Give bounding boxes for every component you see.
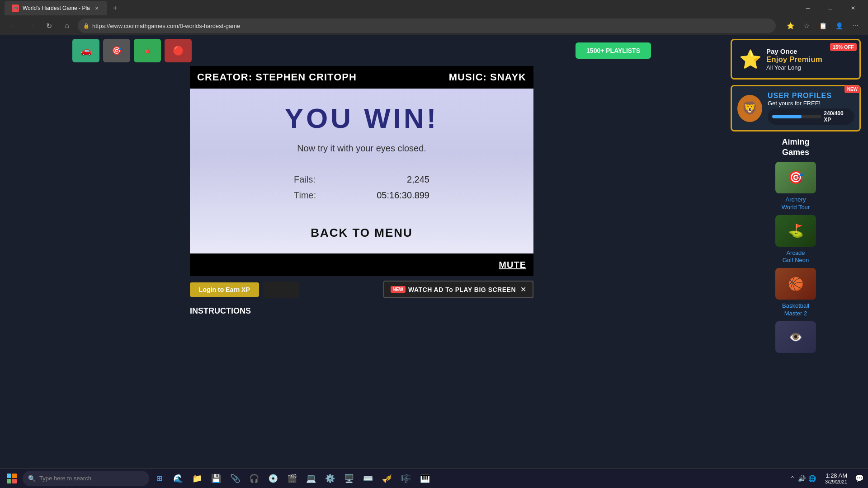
active-tab[interactable]: 🎮 World's Hardest Game - Pla ✕ bbox=[5, 1, 107, 15]
lion-avatar: 🦁 bbox=[737, 95, 762, 122]
archery-world-tour-card[interactable]: 🎯 ArcheryWorld Tour bbox=[731, 162, 861, 211]
premium-ad[interactable]: ⭐ Pay Once Enjoy Premium All Year Long 1… bbox=[731, 39, 861, 80]
thumbnail-1[interactable]: 🚗 bbox=[72, 39, 99, 62]
pinned-app-8[interactable]: 🖥️ bbox=[340, 469, 358, 488]
fails-label: Fails: bbox=[294, 174, 316, 185]
all-year-text: All Year Long bbox=[766, 64, 822, 71]
fails-value: 2,245 bbox=[407, 174, 429, 185]
pinned-app-10[interactable]: 🎺 bbox=[378, 469, 396, 488]
maximize-button[interactable]: □ bbox=[820, 1, 841, 15]
pinned-app-2[interactable]: 📎 bbox=[226, 469, 244, 488]
game-footer: MUTE bbox=[190, 253, 533, 276]
more-thumbnail: 👁️ bbox=[775, 321, 816, 353]
back-button[interactable]: ← bbox=[5, 19, 20, 33]
fails-row: Fails: 2,245 bbox=[294, 172, 429, 188]
start-button[interactable] bbox=[2, 469, 22, 488]
taskbar: 🔍 Type here to search ⊞ 🌊 📁 💾 📎 🎧 💿 🎬 💻 … bbox=[0, 468, 868, 488]
task-view-button[interactable]: ⊞ bbox=[150, 469, 168, 488]
time-row: Time: 05:16:30.899 bbox=[294, 188, 429, 203]
archery-thumbnail: 🎯 bbox=[775, 162, 816, 193]
back-to-menu-button[interactable]: BACK TO MENU bbox=[311, 226, 413, 240]
reload-button[interactable]: ↻ bbox=[42, 19, 56, 33]
browser-chrome: 🎮 World's Hardest Game - Pla ✕ + ─ □ ✕ bbox=[0, 0, 868, 16]
windows-logo bbox=[7, 474, 17, 483]
aiming-games-section: AimingGames 🎯 ArcheryWorld Tour ⛳ Arcade… bbox=[731, 137, 861, 353]
address-bar[interactable]: 🔒 https://www.coolmathgames.com/0-worlds… bbox=[78, 19, 776, 33]
thumbnail-2[interactable]: 🎯 bbox=[103, 39, 130, 62]
music-label: MUSIC: SNAYK bbox=[449, 71, 526, 83]
xp-bar bbox=[772, 115, 821, 118]
taskbar-search[interactable]: 🔍 Type here to search bbox=[23, 471, 149, 486]
watch-ad-text: WATCH AD To PLAY BIG SCREEN bbox=[408, 286, 516, 293]
pinned-app-6[interactable]: 💻 bbox=[302, 469, 320, 488]
aiming-games-title: AimingGames bbox=[731, 137, 861, 158]
clock-date: 3/29/2021 bbox=[825, 479, 847, 484]
edge-browser-icon[interactable]: 🌊 bbox=[169, 469, 187, 488]
notification-button[interactable]: 💬 bbox=[853, 469, 866, 488]
win-subtitle: Now try it with your eyes closed. bbox=[297, 143, 426, 154]
thumbnail-4[interactable]: 🔴 bbox=[165, 39, 192, 62]
game-header: CREATOR: STEPHEN CRITOPH MUSIC: SNAYK bbox=[190, 66, 533, 89]
close-ad-icon[interactable]: ✕ bbox=[520, 285, 526, 294]
win-screen: YOU WIN! Now try it with your eyes close… bbox=[190, 89, 533, 253]
address-bar-row: ← → ↻ ⌂ 🔒 https://www.coolmathgames.com/… bbox=[0, 16, 868, 35]
close-button[interactable]: ✕ bbox=[843, 1, 863, 15]
login-xp-button[interactable]: Login to Earn XP bbox=[190, 282, 259, 297]
enjoy-premium-text: Enjoy Premium bbox=[766, 55, 822, 64]
xp-fill bbox=[772, 115, 802, 118]
watch-ad-button[interactable]: NEW WATCH AD To PLAY BIG SCREEN ✕ bbox=[383, 281, 533, 298]
favorites-button[interactable]: ☆ bbox=[799, 19, 814, 33]
collections-button[interactable]: 📋 bbox=[816, 19, 830, 33]
xp-bar-container: 240/400 XP bbox=[768, 108, 854, 125]
pinned-app-9[interactable]: ⌨️ bbox=[359, 469, 377, 488]
forward-button[interactable]: → bbox=[24, 19, 38, 33]
volume-icon[interactable]: 🔊 bbox=[798, 475, 806, 482]
basketball-master-card[interactable]: 🏀 BasketballMaster 2 bbox=[731, 268, 861, 318]
basketball-thumbnail: 🏀 bbox=[775, 268, 816, 300]
tab-close-button[interactable]: ✕ bbox=[94, 5, 100, 11]
discount-badge: 15% OFF bbox=[830, 43, 857, 51]
arcade-golf-neon-card[interactable]: ⛳ ArcadeGolf Neon bbox=[731, 215, 861, 265]
profile-ad[interactable]: 🦁 USER PROFILES Get yours for FREE! 240/… bbox=[731, 85, 861, 131]
more-games-card[interactable]: 👁️ bbox=[731, 321, 861, 353]
chevron-up-icon[interactable]: ⌃ bbox=[790, 475, 795, 482]
file-explorer-icon[interactable]: 📁 bbox=[188, 469, 206, 488]
clock-area[interactable]: 1:28 AM 3/29/2021 bbox=[821, 472, 851, 484]
pinned-app-11[interactable]: 🎼 bbox=[397, 469, 415, 488]
pinned-app-4[interactable]: 💿 bbox=[264, 469, 282, 488]
window-controls: ─ □ ✕ bbox=[797, 1, 863, 15]
url-display: https://www.coolmathgames.com/0-worlds-h… bbox=[92, 23, 240, 29]
pinned-app-12[interactable]: 🎹 bbox=[416, 469, 434, 488]
stats-table: Fails: 2,245 Time: 05:16:30.899 bbox=[294, 172, 429, 203]
extensions-button[interactable]: ⭐ bbox=[783, 19, 797, 33]
tab-title: World's Hardest Game - Pla bbox=[23, 5, 90, 11]
tab-favicon: 🎮 bbox=[12, 5, 19, 12]
new-tab-button[interactable]: + bbox=[109, 2, 122, 14]
1500-playlists-button[interactable]: 1500+ PLAYLISTS bbox=[576, 42, 651, 59]
tab-bar: 🎮 World's Hardest Game - Pla ✕ + bbox=[5, 1, 122, 15]
game-container: CREATOR: STEPHEN CRITOPH MUSIC: SNAYK YO… bbox=[190, 66, 533, 276]
pinned-app-7[interactable]: ⚙️ bbox=[321, 469, 339, 488]
basketball-name: BasketballMaster 2 bbox=[782, 302, 809, 318]
new-badge-corner: NEW bbox=[844, 85, 860, 93]
network-icon[interactable]: 🌐 bbox=[808, 475, 816, 482]
mute-button[interactable]: MUTE bbox=[499, 260, 526, 270]
pinned-app-1[interactable]: 💾 bbox=[207, 469, 225, 488]
time-label: Time: bbox=[294, 190, 316, 201]
golf-name: ArcadeGolf Neon bbox=[783, 249, 809, 265]
golf-thumbnail: ⛳ bbox=[775, 215, 816, 247]
home-button[interactable]: ⌂ bbox=[60, 19, 74, 33]
star-icon: ⭐ bbox=[739, 49, 762, 70]
toolbar-icons: ⭐ ☆ 📋 👤 ⋯ bbox=[783, 19, 863, 33]
archery-name: ArcheryWorld Tour bbox=[782, 196, 810, 211]
settings-menu-button[interactable]: ⋯ bbox=[848, 19, 863, 33]
profile-button[interactable]: 👤 bbox=[832, 19, 846, 33]
lock-icon: 🔒 bbox=[83, 23, 90, 29]
pinned-app-5[interactable]: 🎬 bbox=[283, 469, 301, 488]
below-game-controls: Login to Earn XP NEW WATCH AD To PLAY BI… bbox=[190, 276, 533, 303]
pinned-app-3[interactable]: 🎧 bbox=[245, 469, 263, 488]
minimize-button[interactable]: ─ bbox=[797, 1, 818, 15]
premium-ad-text: Pay Once Enjoy Premium All Year Long bbox=[766, 47, 822, 71]
pay-once-text: Pay Once bbox=[766, 47, 822, 55]
thumbnail-3[interactable]: 🔺 bbox=[134, 39, 161, 62]
